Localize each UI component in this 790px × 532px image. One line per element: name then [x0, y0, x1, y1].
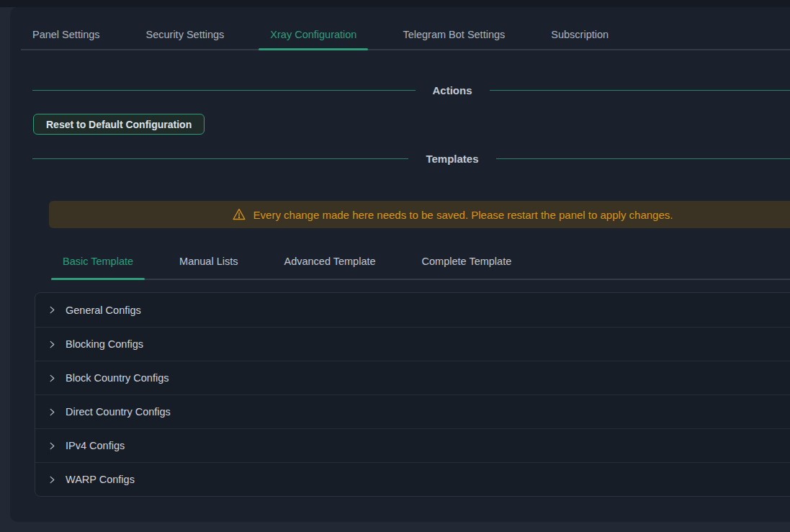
divider-line — [32, 90, 416, 91]
accordion-item-label: WARP Configs — [66, 474, 135, 485]
top-band — [0, 0, 790, 7]
tab-manual-lists[interactable]: Manual Lists — [168, 256, 249, 279]
reset-to-default-button[interactable]: Reset to Default Configuration — [33, 114, 205, 135]
warning-triangle-icon — [232, 207, 246, 222]
settings-card: Panel Settings Security Settings Xray Co… — [10, 7, 790, 522]
restart-warning-banner: Every change made here needs to be saved… — [49, 201, 790, 228]
settings-tabbar: Panel Settings Security Settings Xray Co… — [21, 29, 790, 50]
chevron-right-icon — [48, 408, 56, 416]
accordion-item-block-country-configs[interactable]: Block Country Configs — [35, 361, 790, 395]
accordion-item-blocking-configs[interactable]: Blocking Configs — [35, 327, 790, 361]
divider-line — [496, 158, 790, 159]
tab-subscription[interactable]: Subscription — [539, 29, 620, 49]
configs-accordion: General Configs Blocking Configs Block C… — [35, 292, 790, 497]
accordion-item-general-configs[interactable]: General Configs — [35, 293, 790, 327]
warning-text: Every change made here needs to be saved… — [253, 209, 673, 221]
divider-line — [490, 90, 790, 91]
tab-complete-template[interactable]: Complete Template — [410, 256, 524, 279]
tab-security-settings[interactable]: Security Settings — [135, 29, 236, 49]
actions-divider: Actions — [32, 82, 790, 98]
actions-section-title: Actions — [416, 84, 490, 96]
accordion-item-ipv4-configs[interactable]: IPv4 Configs — [35, 428, 790, 462]
templates-section-title: Templates — [408, 153, 495, 165]
accordion-item-warp-configs[interactable]: WARP Configs — [35, 462, 790, 496]
chevron-right-icon — [48, 476, 56, 484]
accordion-item-label: General Configs — [66, 305, 141, 316]
chevron-right-icon — [48, 306, 56, 314]
tab-panel-settings[interactable]: Panel Settings — [21, 29, 112, 49]
tab-xray-configuration[interactable]: Xray Configuration — [259, 29, 368, 49]
accordion-item-label: IPv4 Configs — [66, 440, 125, 451]
tab-advanced-template[interactable]: Advanced Template — [272, 256, 387, 279]
accordion-item-direct-country-configs[interactable]: Direct Country Configs — [35, 395, 790, 428]
tab-telegram-bot-settings[interactable]: Telegram Bot Settings — [391, 29, 516, 49]
chevron-right-icon — [48, 374, 56, 382]
template-tabbar: Basic Template Manual Lists Advanced Tem… — [51, 256, 790, 280]
accordion-item-label: Direct Country Configs — [66, 406, 171, 418]
divider-line — [32, 158, 408, 159]
chevron-right-icon — [48, 341, 56, 348]
templates-divider: Templates — [32, 150, 790, 166]
chevron-right-icon — [48, 442, 56, 450]
tab-basic-template[interactable]: Basic Template — [51, 256, 145, 279]
accordion-item-label: Blocking Configs — [66, 338, 143, 350]
accordion-item-label: Block Country Configs — [66, 372, 169, 384]
